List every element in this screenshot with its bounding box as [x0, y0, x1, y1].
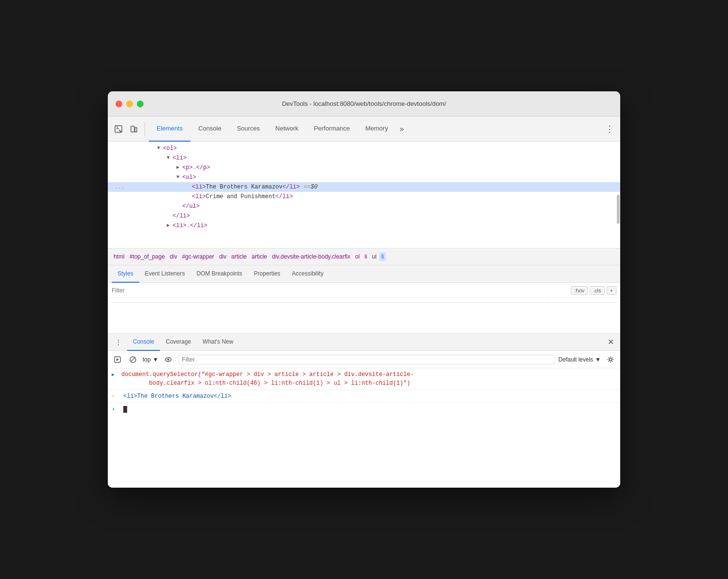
- tree-node-p[interactable]: ▶ <p>…</p>: [108, 163, 620, 173]
- console-ban-icon[interactable]: [127, 354, 139, 365]
- prompt-icon: ›: [112, 405, 119, 414]
- breadcrumb-div-clearfix[interactable]: div.devsite-article-body.clearfix: [270, 252, 352, 261]
- console-gear-icon[interactable]: [605, 354, 616, 365]
- console-context: top ▼: [143, 356, 159, 363]
- breadcrumb-bar: html #top_of_page div #gc-wrapper div ar…: [108, 248, 620, 265]
- styles-content: [108, 298, 620, 333]
- toggle-ul[interactable]: ▼: [176, 173, 182, 182]
- ellipsis-marker: ...: [112, 183, 126, 191]
- elements-panel: ▼ <ol> ▼ <li> ▶ <p>…</p>: [108, 142, 620, 333]
- breadcrumb-html[interactable]: html: [112, 252, 127, 261]
- breadcrumb-top-of-page[interactable]: #top_of_page: [128, 252, 167, 261]
- styles-filter-input[interactable]: [112, 287, 571, 294]
- console-query-text: document.querySelector("#gc-wrapper > di…: [121, 370, 414, 388]
- console-output[interactable]: ▶ document.querySelector("#gc-wrapper > …: [108, 368, 620, 488]
- bottom-tab-console[interactable]: Console: [127, 333, 160, 351]
- filter-buttons: :hov .cls +: [571, 286, 616, 295]
- bottom-tab-whats-new[interactable]: What's New: [197, 333, 239, 351]
- toggle-li1[interactable]: ▼: [167, 154, 173, 162]
- breadcrumb-gc-wrapper[interactable]: #gc-wrapper: [180, 252, 216, 261]
- tab-memory[interactable]: Memory: [358, 116, 396, 142]
- styles-tab-properties[interactable]: Properties: [248, 265, 286, 283]
- tree-node-li1[interactable]: ▼ <li>: [108, 153, 620, 163]
- tab-sources[interactable]: Sources: [229, 116, 268, 142]
- tree-node-li-brothers[interactable]: ... <li>The Brothers Karamazov</li> == $…: [108, 182, 620, 192]
- console-filter-input[interactable]: [178, 355, 554, 364]
- bottom-panel: ⋮ Console Coverage What's New ✕: [108, 333, 620, 488]
- styles-tab-dom-breakpoints[interactable]: DOM Breakpoints: [190, 265, 248, 283]
- dom-tree-scrollbar[interactable]: [616, 142, 620, 248]
- toggle-li-ellipsis[interactable]: ▶: [167, 221, 173, 230]
- tab-performance[interactable]: Performance: [306, 116, 357, 142]
- add-style-button[interactable]: +: [607, 286, 616, 295]
- styles-tab-accessibility[interactable]: Accessibility: [286, 265, 329, 283]
- console-toolbar: top ▼ Default levels ▼: [108, 351, 620, 368]
- console-entry-result: ← <li>The Brothers Karamazov</li>: [108, 390, 620, 403]
- tree-node-li-ellipsis[interactable]: ▶ <li>…</li>: [108, 221, 620, 231]
- dom-tree[interactable]: ▼ <ol> ▼ <li> ▶ <p>…</p>: [108, 142, 620, 248]
- tab-console[interactable]: Console: [190, 116, 229, 142]
- more-tabs-button[interactable]: »: [396, 125, 408, 133]
- tree-node-ol[interactable]: ▼ <ol>: [108, 144, 620, 153]
- devtools-window: DevTools - localhost:8080/web/tools/chro…: [108, 91, 620, 488]
- svg-point-8: [167, 359, 169, 361]
- devtools-content: Elements Console Sources Network Perform…: [108, 116, 620, 488]
- minimize-traffic-light[interactable]: [126, 101, 133, 107]
- top-tab-bar: Elements Console Sources Network Perform…: [108, 116, 620, 142]
- top-tabs-right: ⋮: [603, 122, 616, 136]
- inspect-icon[interactable]: [112, 122, 125, 136]
- breadcrumb-article2[interactable]: article: [249, 252, 269, 261]
- bottom-more-icon[interactable]: ⋮: [112, 335, 125, 349]
- toggle-ol[interactable]: ▼: [157, 144, 163, 153]
- context-arrow: ▼: [153, 356, 159, 363]
- hov-button[interactable]: :hov: [571, 286, 588, 295]
- svg-point-9: [610, 358, 612, 361]
- title-bar: DevTools - localhost:8080/web/tools/chro…: [108, 91, 620, 116]
- context-label: top: [143, 356, 151, 363]
- prompt-cursor: [123, 406, 127, 413]
- window-title: DevTools - localhost:8080/web/tools/chro…: [282, 100, 446, 107]
- breadcrumb-ol[interactable]: ol: [353, 252, 362, 261]
- styles-tab-bar: Styles Event Listeners DOM Breakpoints P…: [108, 265, 620, 283]
- toggle-p[interactable]: ▶: [176, 163, 182, 172]
- breadcrumb-li-inner[interactable]: li: [379, 252, 386, 261]
- fullscreen-traffic-light[interactable]: [137, 101, 144, 107]
- tree-node-ul-close[interactable]: </ul>: [108, 202, 620, 211]
- scrollbar-thumb[interactable]: [617, 195, 620, 224]
- cls-button[interactable]: .cls: [590, 286, 605, 295]
- devtools-icons: [112, 122, 145, 136]
- console-result-text: <li>The Brothers Karamazov</li>: [123, 392, 231, 401]
- more-options-icon[interactable]: ⋮: [603, 122, 616, 136]
- tree-node-ul[interactable]: ▼ <ul>: [108, 173, 620, 182]
- device-toggle-icon[interactable]: [127, 122, 141, 136]
- console-eye-icon[interactable]: [162, 354, 174, 365]
- close-bottom-panel-button[interactable]: ✕: [605, 336, 616, 348]
- bottom-tab-coverage[interactable]: Coverage: [160, 333, 197, 351]
- tree-node-li-crime[interactable]: <li>Crime and Punishment</li>: [108, 192, 620, 202]
- bottom-tab-bar: ⋮ Console Coverage What's New ✕: [108, 333, 620, 351]
- styles-tab-styles[interactable]: Styles: [112, 265, 139, 283]
- console-prompt-line[interactable]: ›: [108, 403, 620, 416]
- levels-label: Default levels: [558, 356, 593, 363]
- console-entry-query: ▶ document.querySelector("#gc-wrapper > …: [108, 368, 620, 390]
- tab-elements[interactable]: Elements: [149, 116, 190, 142]
- breadcrumb-ul[interactable]: ul: [370, 252, 378, 261]
- svg-line-6: [131, 358, 135, 362]
- breadcrumb-div1[interactable]: div: [168, 252, 179, 261]
- console-play-icon[interactable]: [112, 354, 123, 365]
- svg-marker-4: [116, 358, 119, 361]
- tree-node-li-close[interactable]: </li>: [108, 211, 620, 221]
- breadcrumb-article1[interactable]: article: [229, 252, 248, 261]
- svg-rect-2: [135, 128, 137, 132]
- styles-tab-event-listeners[interactable]: Event Listeners: [139, 265, 191, 283]
- breadcrumb-div2[interactable]: div: [217, 252, 228, 261]
- close-traffic-light[interactable]: [116, 101, 122, 107]
- tab-network[interactable]: Network: [268, 116, 306, 142]
- console-levels: Default levels ▼: [558, 356, 601, 363]
- result-arrow-icon: ←: [112, 392, 119, 401]
- breadcrumb-li-outer[interactable]: li: [363, 252, 369, 261]
- svg-rect-1: [131, 126, 134, 132]
- expand-icon[interactable]: ▶: [112, 371, 119, 379]
- styles-dashed-line: [112, 302, 616, 303]
- traffic-lights: [116, 101, 144, 107]
